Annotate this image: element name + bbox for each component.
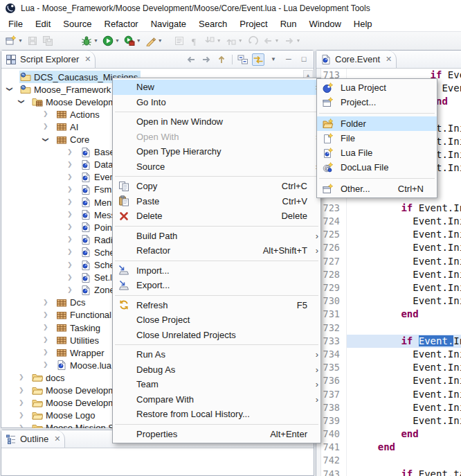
chevron-right-icon[interactable]: ❯ (67, 186, 73, 193)
run-external-button[interactable]: ▼ (122, 33, 143, 49)
next-annotation-button[interactable]: ▼ (202, 33, 224, 49)
previous-annotation-button[interactable]: ▼ (224, 33, 245, 49)
tab-script-explorer[interactable]: Script Explorer ✕ (1, 51, 96, 68)
submenu-item-lua-file[interactable]: Lua File (317, 146, 437, 160)
dropdown-arrow-icon[interactable]: ▼ (115, 38, 120, 43)
menu-item-copy[interactable]: CopyCtrl+C (113, 179, 320, 194)
dropdown-arrow-icon[interactable]: ▼ (158, 38, 163, 43)
tab-core-event[interactable]: Core.Event ✕ (316, 51, 397, 68)
maximize-button[interactable]: □ (298, 53, 310, 66)
menu-item-source[interactable]: Source› (113, 159, 320, 175)
submenu-item-other[interactable]: Other...Ctrl+N (317, 182, 437, 196)
back-button[interactable] (185, 53, 197, 66)
dropdown-arrow-icon[interactable]: ▼ (217, 38, 222, 43)
menu-item-open-type-hierarchy[interactable]: Open Type Hierarchy (113, 144, 320, 159)
menu-item-go-into[interactable]: Go Into (113, 95, 320, 110)
chevron-right-icon[interactable]: ❯ (67, 274, 73, 281)
forward-button[interactable]: ▼ (282, 33, 303, 49)
menu-window[interactable]: Window (303, 17, 347, 31)
chevron-right-icon[interactable]: ❯ (19, 387, 24, 394)
chevron-down-icon[interactable]: ❯ (18, 99, 24, 105)
chevron-right-icon[interactable]: ❯ (67, 149, 73, 155)
new-wizard-button[interactable]: ▼ (3, 33, 25, 49)
view-menu-button[interactable]: ▼ (267, 53, 280, 66)
menu-item-restore-from-local-history[interactable]: Restore from Local History... (113, 407, 320, 422)
close-icon[interactable]: ✕ (386, 55, 392, 63)
run-button[interactable]: ▼ (100, 33, 122, 49)
menu-project[interactable]: Project (233, 17, 273, 31)
chevron-right-icon[interactable]: ❯ (67, 287, 73, 293)
close-icon[interactable]: ✕ (84, 55, 91, 63)
chevron-right-icon[interactable]: ❯ (43, 111, 48, 117)
menu-refactor[interactable]: Refactor (98, 17, 145, 31)
last-edit-location-button[interactable] (245, 33, 260, 49)
chevron-right-icon[interactable]: ❯ (19, 374, 24, 380)
menu-edit[interactable]: Edit (29, 17, 57, 31)
chevron-right-icon[interactable]: ❯ (43, 349, 48, 355)
submenu-item-folder[interactable]: Folder (317, 116, 437, 131)
menu-item-delete[interactable]: DeleteDelete (113, 209, 320, 224)
menu-item-team[interactable]: Team› (113, 377, 320, 392)
menu-item-debug-as[interactable]: Debug As› (113, 362, 320, 378)
menu-source[interactable]: Source (57, 17, 98, 31)
submenu-item-file[interactable]: File (317, 131, 437, 146)
menu-navigate[interactable]: Navigate (145, 17, 192, 31)
save-all-button[interactable] (40, 33, 55, 49)
chevron-right-icon[interactable]: ❯ (43, 299, 48, 306)
menu-search[interactable]: Search (192, 17, 233, 31)
menu-item-open-in-new-window[interactable]: Open in New Window (113, 114, 320, 130)
chevron-right-icon[interactable]: ❯ (67, 236, 73, 243)
chevron-right-icon[interactable]: ❯ (19, 412, 24, 418)
menu-item-export[interactable]: Export... (113, 278, 320, 293)
menu-item-refresh[interactable]: RefreshF5 (113, 298, 320, 313)
menu-help[interactable]: Help (347, 17, 379, 31)
chevron-right-icon[interactable]: ❯ (67, 262, 73, 268)
chevron-down-icon[interactable]: ❯ (42, 136, 48, 142)
submenu-item-project[interactable]: Project... (317, 95, 437, 109)
chevron-right-icon[interactable]: ❯ (43, 324, 48, 330)
menu-item-close-project[interactable]: Close Project (113, 312, 320, 328)
submenu-item-doclua-file[interactable]: @DocLua File (317, 160, 437, 175)
chevron-right-icon[interactable]: ❯ (43, 123, 48, 130)
menu-item-import[interactable]: Import... (113, 263, 320, 279)
tab-outline[interactable]: Outline ✕ (1, 430, 65, 448)
menu-item-close-unrelated-projects[interactable]: Close Unrelated Projects (113, 328, 320, 343)
close-icon[interactable]: ✕ (54, 435, 60, 443)
menu-item-new[interactable]: New› (113, 80, 320, 95)
menu-item-run-as[interactable]: Run As› (113, 347, 320, 362)
collapse-all-button[interactable] (237, 53, 249, 66)
open-element-button[interactable] (172, 33, 187, 49)
dropdown-arrow-icon[interactable]: ▼ (93, 38, 98, 43)
menu-item-refactor[interactable]: RefactorAlt+Shift+T› (113, 243, 320, 258)
debug-button[interactable]: ▼ (79, 33, 100, 49)
chevron-right-icon[interactable]: ❯ (67, 161, 73, 168)
menu-item-paste[interactable]: PasteCtrl+V (113, 194, 320, 209)
chevron-right-icon[interactable]: ❯ (67, 249, 73, 255)
chevron-right-icon[interactable]: ❯ (43, 337, 48, 343)
chevron-right-icon[interactable]: ❯ (67, 174, 73, 180)
dropdown-arrow-icon[interactable]: ▼ (136, 38, 141, 43)
menu-file[interactable]: File (2, 17, 29, 31)
menu-item-build-path[interactable]: Build Path› (113, 229, 320, 244)
chevron-right-icon[interactable]: ❯ (67, 224, 73, 230)
chevron-right-icon[interactable]: ❯ (43, 362, 48, 368)
chevron-down-icon[interactable]: ❯ (6, 87, 12, 92)
back-button[interactable]: ▼ (260, 33, 282, 49)
menu-item-properties[interactable]: PropertiesAlt+Enter (113, 427, 320, 442)
chevron-right-icon[interactable]: ❯ (67, 211, 73, 218)
chevron-right-icon[interactable]: ❯ (19, 400, 24, 406)
save-button[interactable] (25, 33, 40, 49)
link-with-editor-button[interactable] (252, 53, 264, 66)
up-button[interactable] (215, 53, 228, 66)
lua-tool-button[interactable]: ▼ (143, 33, 165, 49)
minimize-button[interactable]: ─ (282, 53, 295, 66)
submenu-item-lua-project[interactable]: Lua Project (317, 80, 437, 95)
show-whitespace-button[interactable]: ¶ (187, 33, 202, 49)
chevron-right-icon[interactable]: ❯ (19, 425, 24, 428)
dropdown-arrow-icon[interactable]: ▼ (238, 38, 243, 43)
chevron-right-icon[interactable]: ❯ (67, 199, 73, 205)
dropdown-arrow-icon[interactable]: ▼ (18, 38, 23, 43)
forward-button[interactable] (200, 53, 213, 66)
dropdown-arrow-icon[interactable]: ▼ (275, 38, 280, 43)
menu-run[interactable]: Run (274, 17, 303, 31)
